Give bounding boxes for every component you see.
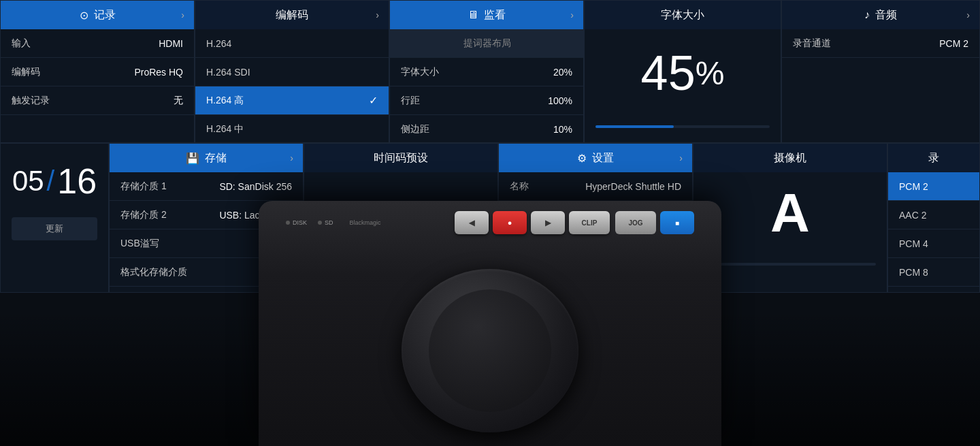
device-dial[interactable] [402, 269, 578, 432]
timecode-title: 时间码预设 [374, 151, 428, 165]
record-codec-value: ProRes HQ [134, 67, 183, 78]
monitor-linespacing-value: 100% [548, 95, 572, 106]
storage-header[interactable]: 💾 存储 › [110, 144, 303, 172]
brand-label: Blackmagic [350, 219, 381, 226]
record-icon: ⊙ [80, 9, 88, 22]
codec-option-h264[interactable]: H.264 [195, 29, 389, 58]
monitor-title: 监看 [484, 8, 506, 22]
audio-header[interactable]: ♪ 音频 › [782, 1, 979, 29]
next-button[interactable]: ▶ [531, 211, 565, 234]
monitor-fontsize-label: 字体大小 [401, 66, 439, 78]
codec-h264-label: H.264 [206, 38, 231, 49]
timecode-header[interactable]: 时间码预设 [304, 144, 497, 172]
fontsize-unit: % [696, 54, 725, 92]
storage-arrow: › [290, 153, 293, 163]
settings-name-row: 名称 HyperDeck Shuttle HD [499, 172, 692, 201]
audio-channel-value: PCM 2 [939, 38, 968, 49]
camera-bar-track [704, 263, 876, 266]
jog-label: JOG [628, 219, 642, 227]
audio-list-panel: 录 PCM 2 AAC 2 PCM 4 PCM 8 [887, 143, 980, 293]
record-codec-label: 编解码 [12, 66, 40, 78]
monitor-sidemargin-row: 侧边距 10% [390, 115, 583, 143]
date-display: 05 / 16 [1, 144, 108, 212]
storage-media1-label: 存储介质 1 [120, 180, 167, 193]
storage-media2-label: 存储介质 2 [120, 209, 167, 221]
codec-panel: 编解码 › H.264 H.264 SDI H.264 高 ✓ H.264 中 [195, 0, 389, 143]
codec-option-h264mid[interactable]: H.264 中 [195, 115, 389, 143]
audio-channel-label: 录音通道 [793, 37, 831, 50]
audio-list-header[interactable]: 录 [888, 144, 979, 172]
sd-indicator: SD [318, 219, 333, 226]
next-icon: ▶ [545, 219, 551, 227]
codec-option-h264sdi[interactable]: H.264 SDI [195, 58, 389, 86]
device-dial-inner [429, 289, 551, 412]
clip-button[interactable]: CLIP [569, 211, 610, 234]
clip-label: CLIP [582, 219, 598, 227]
audio-option-pcm8-label: PCM 8 [899, 267, 928, 278]
storage-title: 存储 [205, 151, 227, 165]
fontsize-panel: 字体大小 45 % [584, 0, 781, 143]
camera-title: 摄像机 [774, 151, 806, 165]
monitor-linespacing-row: 行距 100% [390, 86, 583, 115]
audio-option-pcm2-label: PCM 2 [899, 181, 928, 192]
audio-option-pcm8[interactable]: PCM 8 [888, 258, 979, 287]
date-month: 05 [12, 165, 44, 197]
audio-option-aac2[interactable]: AAC 2 [888, 201, 979, 229]
record-header[interactable]: ⊙ 记录 › [1, 1, 194, 29]
codec-h264sdi-label: H.264 SDI [206, 67, 250, 78]
record-trigger-label: 触发记录 [12, 95, 50, 107]
audio-option-pcm4[interactable]: PCM 4 [888, 229, 979, 258]
monitor-header[interactable]: 🖥 监看 › [390, 1, 583, 29]
storage-overflow-label: USB溢写 [120, 238, 159, 250]
codec-h264high-label: H.264 高 [206, 95, 244, 107]
record-icon-btn: ● [508, 219, 512, 227]
record-input-value: HDMI [159, 38, 183, 49]
audio-arrow: › [966, 10, 970, 20]
monitor-icon: 🖥 [468, 9, 478, 21]
device-control-buttons: ◀ ● ▶ CLIP [455, 211, 610, 234]
audio-option-pcm2[interactable]: PCM 2 [888, 172, 979, 201]
record-input-row: 输入 HDMI [1, 29, 194, 58]
fontsize-display: 45 % [585, 29, 781, 116]
record-button[interactable]: ● [493, 211, 527, 234]
monitor-sidemargin-value: 10% [553, 124, 572, 135]
settings-header[interactable]: ⚙ 设置 › [499, 144, 692, 172]
blue-button[interactable]: ■ [660, 211, 694, 234]
settings-title: 设置 [592, 151, 614, 165]
fontsize-bar-track [595, 125, 770, 128]
codec-arrow: › [376, 10, 379, 20]
codec-h264mid-label: H.264 中 [206, 123, 244, 136]
audio-option-aac2-label: AAC 2 [899, 210, 926, 221]
settings-name-label: 名称 [510, 180, 529, 193]
fontsize-value: 45 [641, 45, 696, 101]
camera-letter-value: A [770, 182, 810, 244]
fontsize-header[interactable]: 字体大小 [585, 1, 781, 29]
audio-option-pcm4-label: PCM 4 [899, 238, 928, 249]
device-indicators: DISK SD Blackmagic [286, 219, 381, 226]
audio-icon: ♪ [864, 9, 870, 21]
audio-list-title: 录 [928, 151, 939, 165]
codec-header[interactable]: 编解码 › [195, 1, 389, 29]
settings-name-value: HyperDeck Shuttle HD [585, 181, 681, 192]
audio-panel: ♪ 音频 › 录音通道 PCM 2 [781, 0, 980, 143]
audio-title: 音频 [875, 8, 897, 22]
prev-icon: ◀ [469, 219, 474, 227]
storage-media1-row: 存储介质 1 SD: SanDisk 256 [110, 172, 303, 201]
top-panels-row: ⊙ 记录 › 输入 HDMI 编解码 ProRes HQ 触发记录 无 编解码 … [0, 0, 980, 143]
settings-icon: ⚙ [577, 152, 587, 165]
update-label: 更新 [46, 223, 63, 235]
monitor-fontsize-value: 20% [553, 67, 572, 78]
record-arrow: › [181, 10, 184, 20]
update-button[interactable]: 更新 [12, 217, 97, 240]
record-title: 记录 [94, 8, 116, 22]
blue-icon: ■ [675, 219, 679, 227]
record-input-label: 输入 [12, 37, 31, 50]
record-trigger-value: 无 [174, 95, 183, 107]
codec-option-h264high[interactable]: H.264 高 ✓ [195, 86, 389, 115]
device-body: DISK SD Blackmagic ◀ ● ▶ CLIP [259, 201, 721, 446]
camera-header[interactable]: 摄像机 [693, 144, 887, 172]
jog-button[interactable]: JOG [615, 211, 656, 234]
fontsize-title: 字体大小 [661, 8, 704, 22]
monitor-panel: 🖥 监看 › 提词器布局 字体大小 20% 行距 100% 侧边距 10% [389, 0, 584, 143]
prev-button[interactable]: ◀ [455, 211, 489, 234]
